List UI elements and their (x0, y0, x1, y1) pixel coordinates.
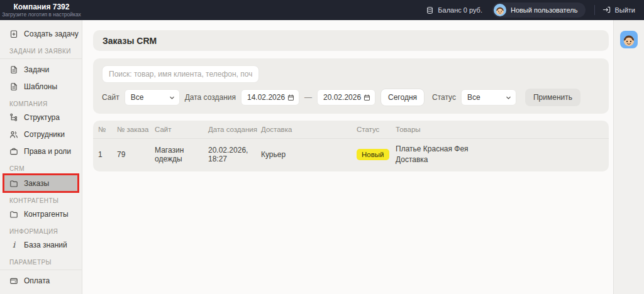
status-filter-label: Статус (432, 93, 456, 102)
info-icon: i (9, 241, 18, 249)
coins-stack-icon (426, 6, 434, 14)
balance-indicator[interactable]: Баланс 0 руб. (426, 6, 482, 14)
sidebar-section-crm: CRM (0, 164, 82, 173)
users-icon (9, 130, 18, 139)
calendar-icon (364, 94, 370, 101)
search-input[interactable] (102, 65, 259, 83)
site-filter-label: Сайт (102, 93, 119, 102)
row-products: Платье Красная Фея Доставка (396, 144, 609, 166)
date-filter-label: Дата создания (185, 93, 236, 102)
sidebar-section-contractors: КОНТРАГЕНТЫ (0, 196, 82, 205)
file-icon (9, 65, 18, 74)
status-select[interactable]: Все (461, 89, 516, 106)
user-menu[interactable]: Новый пользователь (492, 3, 586, 18)
logout-label: Выйти (614, 6, 635, 14)
topbar-divider (594, 5, 595, 15)
sidebar-item-label: Сотрудники (24, 130, 65, 139)
sidebar-item-settings[interactable]: Настройки (0, 289, 82, 294)
col-header-site: Сайт (155, 126, 208, 133)
sidebar-section-information: ИНФОРМАЦИЯ (0, 227, 82, 236)
page-title: Заказы CRM (103, 36, 157, 46)
profile-avatar-button[interactable] (620, 31, 638, 48)
sidebar-divider (0, 58, 82, 59)
date-to-value: 20.02.2026 (323, 93, 361, 102)
calendar-icon (287, 94, 294, 101)
filter-row: Сайт Все Дата создания 14.02.2026 — (102, 89, 600, 106)
date-range-separator: — (304, 93, 312, 102)
status-badge: Новый (357, 149, 389, 160)
sidebar: Создать задачу ЗАДАЧИ И ЗАЯВКИ Задачи Ша… (0, 20, 82, 294)
sidebar-item-contractors[interactable]: Контрагенты (0, 205, 82, 222)
sidebar-item-tasks[interactable]: Задачи (0, 61, 82, 78)
sidebar-item-label: База знаний (24, 241, 67, 249)
col-header-created: Дата создания (208, 126, 261, 133)
date-from-value: 14.02.2026 (247, 93, 285, 102)
page-header-card: Заказы CRM (93, 30, 609, 51)
sidebar-item-knowledge-base[interactable]: i База знаний (0, 236, 82, 253)
sidebar-item-templates[interactable]: Шаблоны (0, 78, 82, 95)
row-order-num: 79 (117, 150, 155, 159)
today-button[interactable]: Сегодня (380, 89, 425, 106)
balance-label: Баланс 0 руб. (438, 6, 482, 14)
col-header-status: Статус (357, 126, 396, 133)
sidebar-item-label: Права и роли (24, 147, 71, 156)
hierarchy-icon (9, 113, 18, 122)
sidebar-section-tasks: ЗАДАЧИ И ЗАЯВКИ (0, 46, 82, 56)
logout-icon (602, 6, 611, 15)
orders-table: № № заказа Сайт Дата создания Доставка С… (93, 121, 609, 172)
date-to-input[interactable]: 20.02.2026 (317, 89, 375, 106)
row-site: Магазин одежды (155, 146, 208, 163)
sidebar-section-company: КОМПАНИЯ (0, 99, 82, 109)
row-delivery: Курьер (261, 150, 357, 159)
right-strip (613, 20, 644, 294)
main-content: Заказы CRM Сайт Все Дата создания 14.02.… (82, 20, 613, 294)
folder-icon (9, 210, 18, 219)
table-header-row: № № заказа Сайт Дата создания Доставка С… (93, 121, 609, 139)
status-select-value: Все (467, 93, 480, 102)
row-status: Новый (357, 149, 396, 160)
col-header-products: Товары (396, 126, 609, 133)
file-plus-icon (9, 30, 18, 38)
table-row[interactable]: 1 79 Магазин одежды 20.02.2026, 18:27 Ку… (93, 139, 609, 172)
apply-button[interactable]: Применить (525, 89, 580, 106)
company-subtitle: Загрузите логотип в настройках (0, 12, 83, 18)
sidebar-item-roles[interactable]: Права и роли (0, 143, 82, 160)
sidebar-section-parameters: ПАРАМЕТРЫ (0, 258, 82, 267)
topbar: Компания 7392 Загрузите логотип в настро… (0, 0, 644, 20)
sidebar-item-label: Оплата (24, 276, 50, 285)
sidebar-item-employees[interactable]: Сотрудники (0, 126, 82, 143)
briefcase-icon (9, 147, 18, 156)
chevron-down-icon (506, 95, 511, 101)
company-name: Компания 7392 (0, 3, 83, 12)
sidebar-item-structure[interactable]: Структура (0, 109, 82, 126)
product-line: Доставка (396, 155, 605, 165)
wallet-icon (9, 276, 18, 285)
sidebar-item-orders[interactable]: Заказы (4, 175, 78, 192)
folder-icon (9, 179, 18, 188)
sidebar-item-label: Структура (24, 113, 60, 122)
row-created: 20.02.2026, 18:27 (208, 146, 261, 163)
col-header-order-num: № заказа (117, 126, 155, 133)
page-layout: Создать задачу ЗАДАЧИ И ЗАЯВКИ Задачи Ша… (0, 20, 644, 294)
row-num: 1 (98, 150, 117, 159)
date-from-input[interactable]: 14.02.2026 (241, 89, 299, 106)
logout-button[interactable]: Выйти (602, 6, 635, 15)
file-icon (9, 82, 18, 91)
col-header-delivery: Доставка (261, 126, 357, 133)
sidebar-item-create-task[interactable]: Создать задачу (0, 25, 82, 42)
sidebar-item-label: Создать задачу (24, 30, 79, 38)
filters-card: Сайт Все Дата создания 14.02.2026 — (93, 58, 609, 114)
sidebar-item-payment[interactable]: Оплата (0, 272, 82, 289)
site-select[interactable]: Все (125, 89, 180, 106)
sidebar-item-label: Задачи (24, 65, 49, 74)
product-line: Платье Красная Фея (396, 144, 605, 155)
sidebar-item-label: Заказы (24, 179, 49, 188)
sidebar-divider (0, 270, 82, 270)
chevron-down-icon (169, 95, 175, 101)
company-brand: Компания 7392 Загрузите логотип в настро… (0, 3, 83, 18)
user-avatar (494, 4, 506, 16)
site-select-value: Все (131, 93, 144, 102)
user-name: Новый пользователь (511, 6, 577, 14)
sidebar-item-label: Контрагенты (24, 210, 69, 219)
col-header-num: № (98, 126, 117, 133)
